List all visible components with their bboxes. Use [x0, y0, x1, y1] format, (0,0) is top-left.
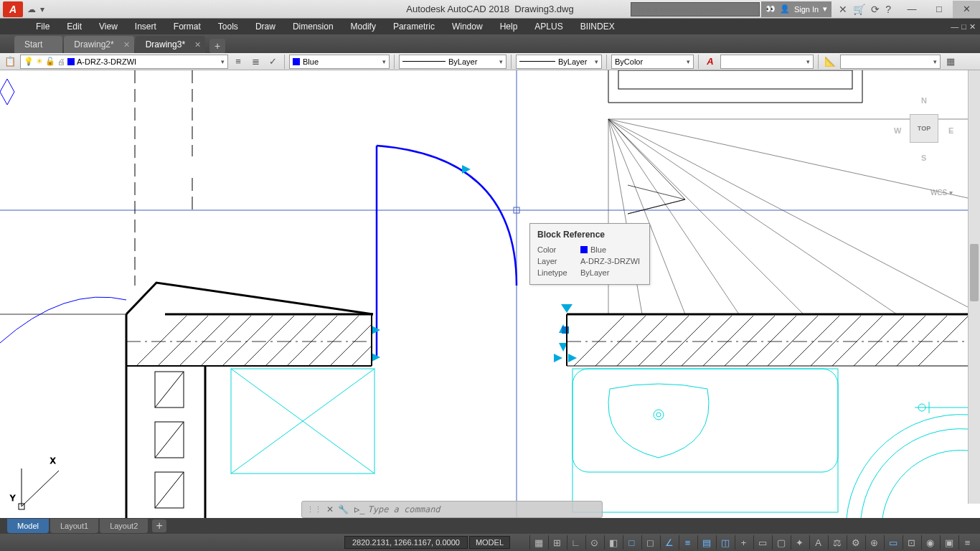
vertical-scrollbar[interactable]	[968, 70, 980, 504]
chevron-down-icon[interactable]: ▾	[499, 58, 503, 65]
menu-help[interactable]: Help	[500, 22, 518, 32]
scrollbar-thumb[interactable]	[970, 244, 979, 301]
close-button[interactable]: ✕	[953, 1, 980, 18]
annotation-monitor-icon[interactable]: ⊕	[865, 535, 882, 550]
selection-filter-icon[interactable]: ▢	[772, 535, 789, 550]
lineweight-dropdown[interactable]: ByLayer ▾	[516, 55, 602, 69]
layer-properties-icon[interactable]: 📋	[3, 55, 17, 69]
cart-icon[interactable]: 🛒	[853, 4, 865, 15]
3dosnap-icon[interactable]: ◻	[641, 535, 659, 550]
selection-cycling-icon[interactable]: ◫	[716, 535, 733, 550]
qat-dropdown-icon[interactable]: ▾	[40, 4, 44, 14]
menu-insert[interactable]: Insert	[135, 22, 156, 32]
tab-close-icon[interactable]: ✕	[194, 40, 201, 50]
tablestyle-icon[interactable]: ▦	[943, 55, 958, 69]
add-tab-button[interactable]: +	[209, 39, 225, 53]
menu-biindex[interactable]: BIINDEX	[580, 22, 615, 32]
command-input[interactable]	[367, 504, 554, 514]
search-input[interactable]	[631, 2, 760, 17]
doctab-drawing3[interactable]: Drawing3*✕	[136, 36, 205, 53]
signin-block[interactable]: 👀 👤 Sign In ▾	[761, 1, 831, 17]
coordinates-display[interactable]: 2820.2131, 1266.1167, 0.0000	[344, 536, 468, 549]
layer-unisolate-icon[interactable]: ≣	[248, 55, 263, 69]
isoplane-icon[interactable]: ◧	[604, 535, 621, 550]
layer-make-current-icon[interactable]: ✓	[265, 55, 280, 69]
menu-edit[interactable]: Edit	[67, 22, 82, 32]
textstyle-dropdown[interactable]: ▾	[720, 55, 814, 69]
color-dropdown[interactable]: Blue ▾	[289, 55, 390, 69]
chevron-down-icon[interactable]: ▾	[221, 58, 225, 65]
quickprops-icon[interactable]: ▭	[753, 535, 771, 550]
snap-toggle-icon[interactable]: ⊞	[548, 535, 565, 550]
mdi-close-icon[interactable]: ✕	[969, 22, 976, 32]
annotation-scale-icon[interactable]: A	[809, 535, 826, 550]
menu-draw[interactable]: Draw	[255, 22, 275, 32]
menu-dimension[interactable]: Dimension	[293, 22, 334, 32]
chevron-down-icon[interactable]: ▾	[806, 58, 810, 65]
osnap-toggle-icon[interactable]: □	[623, 535, 640, 550]
otrack-icon[interactable]: ∠	[660, 535, 677, 550]
cloud-sync-icon[interactable]: ⟳	[871, 4, 880, 15]
textstyle-icon[interactable]: A	[703, 55, 717, 69]
transparency-icon[interactable]: ▤	[697, 535, 715, 550]
lineweight-icon[interactable]: ≡	[679, 535, 696, 550]
polar-toggle-icon[interactable]: ⊙	[585, 535, 603, 550]
exchange-icon[interactable]: ✕	[839, 4, 847, 15]
chevron-down-icon[interactable]: ▾	[595, 58, 598, 65]
dimstyle-icon[interactable]: 📐	[823, 55, 837, 69]
workspace-icon[interactable]: ⚙	[847, 535, 864, 550]
ortho-toggle-icon[interactable]: ∟	[567, 535, 584, 550]
cmd-settings-icon[interactable]: 🔧	[338, 504, 349, 514]
tab-close-icon[interactable]: ✕	[123, 40, 130, 50]
svg-line-69	[155, 372, 184, 408]
menu-tools[interactable]: Tools	[218, 22, 238, 32]
chevron-down-icon[interactable]: ▾	[933, 58, 937, 65]
clean-screen-icon[interactable]: ▣	[940, 535, 957, 550]
layer-isolate-icon[interactable]: ≡	[231, 55, 245, 69]
menu-parametric[interactable]: Parametric	[393, 22, 435, 32]
layout-tab-layout1[interactable]: Layout1	[50, 519, 98, 533]
qat-cloud-icon[interactable]: ☁	[27, 4, 36, 14]
menu-format[interactable]: Format	[174, 22, 201, 32]
isolate-objects-icon[interactable]: ◉	[921, 535, 938, 550]
gizmo-icon[interactable]: ✦	[791, 535, 808, 550]
layout-tab-model[interactable]: Model	[7, 519, 49, 533]
cmd-close-icon[interactable]: ✕	[326, 504, 334, 514]
svg-line-8	[608, 119, 968, 198]
chevron-down-icon[interactable]: ▾	[687, 58, 690, 65]
help-icon[interactable]: ?	[885, 4, 891, 15]
model-space-button[interactable]: MODEL	[469, 536, 510, 549]
plotstyle-dropdown[interactable]: ByColor ▾	[611, 55, 694, 69]
annotation-visibility-icon[interactable]: ⚖	[828, 535, 845, 550]
hardware-accel-icon[interactable]: ⊡	[903, 535, 920, 550]
chevron-down-icon[interactable]: ▾	[382, 58, 386, 65]
customize-icon[interactable]: ≡	[958, 535, 976, 550]
menu-view[interactable]: View	[99, 22, 118, 32]
app-logo-icon[interactable]: A	[3, 1, 23, 17]
menu-window[interactable]: Window	[452, 22, 483, 32]
dimstyle-dropdown[interactable]: ▾	[840, 55, 941, 69]
doctab-drawing2[interactable]: Drawing2*✕	[64, 36, 133, 53]
mdi-minimize-icon[interactable]: —	[951, 22, 958, 32]
user-icon: 👤	[780, 4, 790, 14]
menu-file[interactable]: File	[36, 22, 50, 32]
maximize-button[interactable]: □	[925, 1, 953, 18]
add-layout-button[interactable]: +	[152, 519, 166, 532]
layer-dropdown[interactable]: 💡 ☀ 🔓 🖨 A-DRZ-3-DRZWI ▾	[20, 55, 228, 69]
menu-aplus[interactable]: APLUS	[534, 22, 562, 32]
layout-tab-layout2[interactable]: Layout2	[100, 519, 148, 533]
minimize-button[interactable]: —	[898, 1, 925, 18]
drag-handle-icon[interactable]: ⋮⋮	[306, 505, 322, 514]
svg-line-60	[768, 316, 818, 366]
mdi-restore-icon[interactable]: □	[961, 22, 966, 32]
menu-modify[interactable]: Modify	[351, 22, 376, 32]
drawing-canvas[interactable]: X Y N W E S TOP WCS ▾ Block Reference Co…	[0, 70, 980, 518]
grid-toggle-icon[interactable]: ▦	[529, 535, 547, 550]
doctab-start[interactable]: Start	[14, 36, 62, 53]
linetype-dropdown[interactable]: ByLayer ▾	[399, 55, 507, 69]
units-icon[interactable]: ▭	[884, 535, 901, 550]
chevron-down-icon[interactable]: ▾	[823, 4, 827, 14]
dynamic-input-icon[interactable]: +	[735, 535, 752, 550]
svg-line-43	[201, 316, 251, 366]
command-line[interactable]: ⋮⋮ ✕ 🔧 ▷_	[301, 501, 603, 518]
